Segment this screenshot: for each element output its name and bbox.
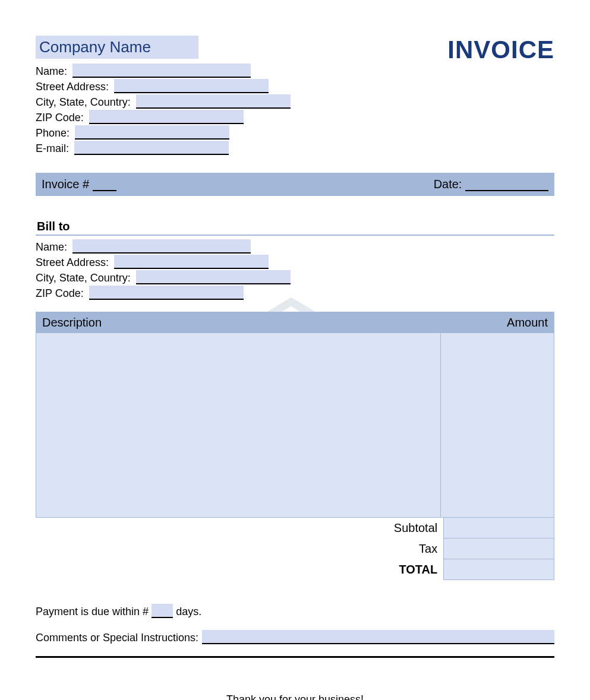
company-phone-field: Phone: — [36, 125, 321, 140]
company-phone-input[interactable] — [75, 125, 229, 140]
company-zip-label: ZIP Code: — [36, 112, 84, 124]
company-phone-label: Phone: — [36, 127, 70, 140]
invoice-number-input[interactable] — [93, 178, 116, 191]
table-header: Description Amount — [36, 312, 554, 333]
company-street-label: Street Address: — [36, 81, 109, 93]
thank-you-footer: Thank you for your business! — [36, 693, 554, 700]
billto-city-input[interactable] — [136, 270, 291, 284]
subtotal-value[interactable] — [444, 518, 554, 539]
invoice-date-label: Date: — [434, 178, 462, 191]
company-street-input[interactable] — [114, 79, 269, 93]
bill-to-block: Bill to Name: Street Address: City, Stat… — [36, 220, 554, 300]
payment-block: Payment is due within # days. Comments o… — [36, 604, 554, 658]
billto-city-label: City, State, Country: — [36, 272, 131, 284]
billto-zip-input[interactable] — [89, 286, 244, 300]
billto-street-field: Street Address: — [36, 255, 554, 269]
company-email-input[interactable] — [74, 141, 229, 155]
company-name-label: Name: — [36, 65, 67, 78]
billto-street-label: Street Address: — [36, 256, 109, 269]
billto-street-input[interactable] — [114, 255, 269, 269]
company-street-field: Street Address: — [36, 79, 321, 93]
billto-city-field: City, State, Country: — [36, 270, 554, 284]
bill-to-rule — [36, 235, 554, 236]
company-name-input[interactable] — [72, 64, 251, 78]
billto-zip-field: ZIP Code: — [36, 286, 554, 300]
tax-label: Tax — [323, 539, 444, 559]
description-cell[interactable] — [36, 333, 441, 517]
amount-cell[interactable] — [441, 333, 554, 517]
line-items-table: Description Amount — [36, 312, 554, 518]
billto-zip-label: ZIP Code: — [36, 287, 84, 300]
company-city-label: City, State, Country: — [36, 96, 131, 109]
company-email-field: E-mail: — [36, 141, 321, 155]
invoice-date-block: Date: — [434, 178, 548, 191]
totals-block: Subtotal Tax TOTAL — [323, 518, 554, 580]
amount-header: Amount — [429, 312, 554, 333]
company-name-field: Name: — [36, 64, 321, 78]
company-name-title[interactable]: Company Name — [36, 36, 198, 59]
invoice-number-block: Invoice # — [42, 178, 116, 191]
billto-name-input[interactable] — [72, 239, 251, 254]
company-city-field: City, State, Country: — [36, 94, 321, 109]
subtotal-row: Subtotal — [323, 518, 554, 539]
billto-name-label: Name: — [36, 241, 67, 254]
invoice-page: Company Name Name: Street Address: City,… — [0, 0, 590, 700]
invoice-date-input[interactable] — [465, 178, 548, 191]
company-zip-input[interactable] — [89, 110, 244, 124]
tax-value[interactable] — [444, 539, 554, 559]
description-header: Description — [36, 312, 429, 333]
total-row: TOTAL — [323, 559, 554, 580]
payment-days-input[interactable] — [152, 604, 173, 618]
table-body — [36, 333, 554, 517]
payment-suffix: days. — [176, 606, 201, 617]
billto-name-field: Name: — [36, 239, 554, 254]
tax-row: Tax — [323, 539, 554, 559]
company-zip-field: ZIP Code: — [36, 110, 321, 124]
company-city-input[interactable] — [136, 94, 291, 109]
invoice-number-label: Invoice # — [42, 178, 89, 191]
subtotal-label: Subtotal — [323, 518, 444, 539]
bottom-rule — [36, 656, 554, 658]
bill-to-title: Bill to — [37, 220, 554, 233]
invoice-number-bar: Invoice # Date: — [36, 173, 554, 196]
total-value[interactable] — [444, 559, 554, 580]
invoice-title: INVOICE — [447, 36, 554, 64]
company-email-label: E-mail: — [36, 142, 69, 155]
total-label: TOTAL — [323, 559, 444, 580]
comments-line: Comments or Special Instructions: — [36, 630, 554, 644]
comments-input[interactable] — [202, 630, 554, 644]
payment-prefix: Payment is due within # — [36, 606, 149, 617]
company-info-block: Company Name Name: Street Address: City,… — [36, 36, 321, 156]
payment-terms-line: Payment is due within # days. — [36, 604, 554, 618]
comments-label: Comments or Special Instructions: — [36, 632, 198, 644]
